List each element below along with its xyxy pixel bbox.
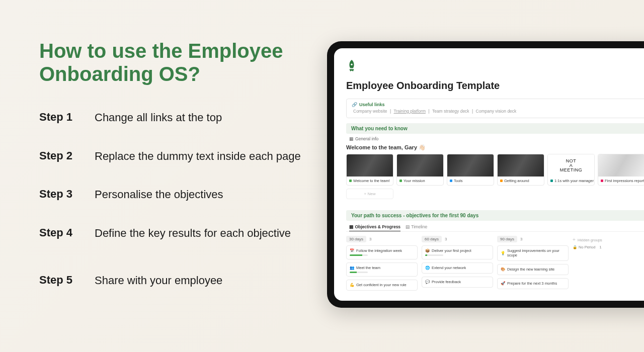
objective-card[interactable]: 💪Get confident in your new role <box>346 280 418 291</box>
card-image <box>347 154 393 177</box>
tablet-frame: Employee Onboarding Template 🔗 Useful li… <box>327 41 644 308</box>
step-text: Personalise the objectives <box>95 188 223 202</box>
step-label: Step 4 <box>39 226 95 239</box>
screen-title: Employee Onboarding Template <box>346 80 644 92</box>
divider <box>346 231 644 232</box>
step-2: Step 2 Replace the dummy text inside eac… <box>39 149 301 164</box>
card-image <box>598 154 644 177</box>
step-label: Step 3 <box>39 188 95 201</box>
status-dot <box>500 180 503 182</box>
objective-card[interactable]: 🌐Extend your network <box>422 262 493 274</box>
step-text: Share with your employee <box>95 274 222 288</box>
step-3: Step 3 Personalise the objectives <box>39 188 301 202</box>
column-90-days: 90 days3 💡Suggest improvements on your s… <box>497 236 569 294</box>
instructions-panel: How to use the Employee Onboarding OS? S… <box>39 39 301 312</box>
card-image: NOT A MEETING <box>548 154 594 177</box>
objective-card[interactable]: 👥Meet the team <box>346 262 418 277</box>
tab-objectives[interactable]: ▦ Objectives & Progress <box>349 224 400 231</box>
card-one-on-ones[interactable]: NOT A MEETING 1:1s with your manager <box>547 154 595 186</box>
lock-icon: 🔒 <box>573 245 577 249</box>
objective-card[interactable]: 📦Deliver your first project <box>422 245 493 259</box>
notion-screen: Employee Onboarding Template 🔗 Useful li… <box>334 48 644 301</box>
section-what-you-need: What you need to know <box>346 123 644 134</box>
useful-links-box: 🔗 Useful links Company website | Trainin… <box>346 99 644 118</box>
link-company-website[interactable]: Company website <box>352 109 389 114</box>
step-1: Step 1 Change all links at the top <box>39 111 301 125</box>
objective-card[interactable]: 💬Provide feedback <box>422 277 493 288</box>
section-path: Your path to success - objectives for th… <box>346 210 644 221</box>
useful-links-heading: 🔗 Useful links <box>352 102 644 107</box>
objective-card[interactable]: 📅Follow the integration week <box>346 245 418 259</box>
info-cards-row: Welcome to the team! Your mission Tools … <box>346 154 644 186</box>
column-30-days: 30 days3 📅Follow the integration week 👥M… <box>346 236 418 294</box>
add-column-button[interactable]: + <box>573 237 576 242</box>
card-first-impressions[interactable]: First impressions report <box>598 154 644 186</box>
card-image <box>498 154 544 177</box>
card-image <box>397 154 443 177</box>
objective-card[interactable]: 🚀Prepare for the next 3 months <box>497 278 569 289</box>
card-mission[interactable]: Your mission <box>396 154 444 186</box>
link-company-vision[interactable]: Company vision deck <box>474 109 518 114</box>
step-text: Define the key results for each objectiv… <box>95 226 291 241</box>
card-welcome[interactable]: Welcome to the team! <box>346 154 393 186</box>
objectives-board: 30 days3 📅Follow the integration week 👥M… <box>346 236 644 294</box>
steps-list: Step 1 Change all links at the top Step … <box>39 111 301 312</box>
link-training-platform[interactable]: Training platform <box>392 109 427 114</box>
step-label: Step 2 <box>39 149 95 162</box>
status-dot <box>399 180 402 182</box>
status-dot <box>550 180 553 182</box>
step-4: Step 4 Define the key results for each o… <box>39 226 301 241</box>
rocket-icon <box>346 59 644 76</box>
step-text: Change all links at the top <box>95 111 222 125</box>
objectives-tabs: ▦ Objectives & Progress ▤ Timeline <box>346 222 644 231</box>
welcome-heading: Welcome to the team, Gary 👋🏻 <box>346 144 644 151</box>
no-period-group[interactable]: 🔒No Period 1 <box>573 245 618 249</box>
useful-links-list: Company website | Training platform | Te… <box>352 109 644 114</box>
link-team-strategy[interactable]: Team strategy deck <box>431 109 471 114</box>
step-text: Replace the dummy text inside each page <box>95 149 301 164</box>
card-getting-around[interactable]: Getting around <box>497 154 544 186</box>
step-label: Step 5 <box>39 274 95 287</box>
page-title: How to use the Employee Onboarding OS? <box>39 39 301 85</box>
status-dot <box>601 180 603 182</box>
status-dot <box>450 180 452 182</box>
objective-card[interactable]: 🎨Design the new learning site <box>497 264 569 275</box>
column-60-days: 60 days3 📦Deliver your first project 🌐Ex… <box>422 236 493 294</box>
hidden-groups-column: + Hidden groups 🔒No Period 1 <box>573 236 618 294</box>
tab-timeline[interactable]: ▤ Timeline <box>406 224 427 231</box>
grid-icon: ▦ <box>349 136 354 141</box>
card-tools[interactable]: Tools <box>447 154 494 186</box>
step-label: Step 1 <box>39 111 95 124</box>
tab-general-info[interactable]: ▦ General info <box>346 135 644 142</box>
card-image <box>447 154 494 177</box>
step-5: Step 5 Share with your employee <box>39 274 301 288</box>
new-card-button[interactable]: + New <box>346 189 393 199</box>
objective-card[interactable]: 💡Suggest improvements on your scope <box>497 245 569 261</box>
link-icon: 🔗 <box>352 102 357 107</box>
status-dot <box>349 180 352 182</box>
